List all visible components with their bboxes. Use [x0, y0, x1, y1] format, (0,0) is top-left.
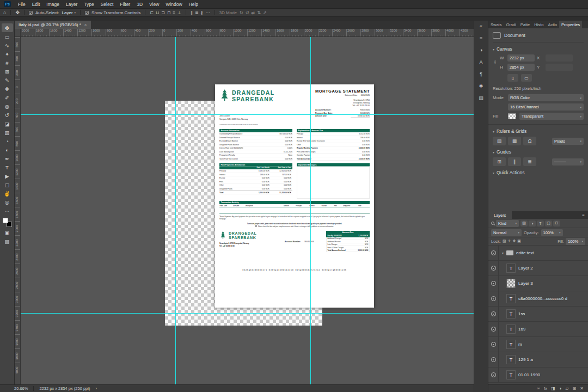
paragraph-panel-icon[interactable]: ¶	[476, 70, 486, 78]
filter-adjustment-layers-icon[interactable]: ◑	[529, 220, 536, 226]
fill-opacity-dropdown[interactable]: 100%▾	[566, 238, 585, 245]
tab-layers[interactable]: Layers	[488, 211, 512, 219]
more-options-icon[interactable]: ⋯	[206, 10, 210, 15]
quick-selection-tool[interactable]: ✦	[2, 50, 13, 58]
blend-mode-dropdown[interactable]: Normal▾	[491, 229, 522, 236]
link-layers-icon[interactable]: ∞	[537, 386, 540, 391]
visibility-toggle[interactable]	[488, 261, 499, 275]
3d-scale-icon[interactable]: ⇗	[263, 10, 267, 15]
3d-rotate-icon[interactable]: ↻	[240, 10, 243, 15]
canvas-area[interactable]: DRANGEDAL SPAREBANK MORTGAGE STATEMENT S…	[21, 37, 474, 384]
tab-gradients[interactable]: Gradi	[504, 21, 518, 28]
quick-actions-section-header[interactable]: ▾ Quick Actions	[493, 170, 584, 175]
glyphs-panel-icon[interactable]: ✱	[476, 82, 486, 90]
document-tab[interactable]: Italy id.psd @ 20.7% (RGB/16) * ×	[15, 21, 91, 29]
horizontal-guide[interactable]	[21, 114, 474, 115]
visibility-toggle[interactable]	[488, 367, 499, 382]
crop-tool[interactable]: #	[2, 58, 13, 67]
chevron-down-icon[interactable]: ▾	[502, 251, 504, 255]
menu-filter[interactable]: Filter	[117, 0, 133, 9]
menu-layer[interactable]: Layer	[63, 0, 81, 9]
hand-tool[interactable]: ✌	[2, 189, 13, 198]
layer-row[interactable]: ▾ T 1ss	[488, 307, 588, 322]
eraser-tool[interactable]: ◪	[2, 119, 13, 128]
lock-position-icon[interactable]: ✥	[512, 239, 516, 243]
menu-help[interactable]: Help	[186, 0, 201, 9]
clone-stamp-tool[interactable]: ◍	[2, 102, 13, 111]
vertical-guide[interactable]	[175, 37, 176, 384]
align-top-icon[interactable]: ⊓	[167, 10, 170, 15]
status-chevron-icon[interactable]: ›	[95, 386, 97, 391]
guide-style-dropdown[interactable]: ▾	[552, 158, 584, 166]
screen-mode-button[interactable]: ▤	[2, 237, 13, 246]
collapse-panels-icon[interactable]: «	[476, 22, 486, 30]
filter-type-layers-icon[interactable]: T	[537, 220, 544, 226]
tab-actions[interactable]: Actio	[546, 21, 559, 28]
filter-shape-layers-icon[interactable]: ▢	[545, 220, 552, 226]
filter-pixel-layers-icon[interactable]: ▨	[520, 220, 528, 226]
adjustment-layer-icon[interactable]: ◑	[559, 386, 562, 391]
zoom-tool[interactable]: ◎	[2, 198, 13, 206]
portrait-orientation-button[interactable]: ▯	[507, 74, 518, 82]
visibility-toggle[interactable]	[488, 352, 499, 367]
filter-kind-dropdown[interactable]: Kind▾	[496, 220, 519, 227]
pen-tool[interactable]: ✒	[2, 154, 13, 163]
visibility-toggle[interactable]	[488, 276, 499, 291]
layer-row[interactable]: ▾ T Layer 2	[488, 261, 588, 276]
clear-guides-icon[interactable]: ≣	[523, 157, 536, 166]
move-tool[interactable]: ✥	[2, 23, 13, 32]
height-field[interactable]: 2854 px	[507, 64, 535, 71]
visibility-toggle[interactable]	[488, 291, 499, 306]
gradient-tool[interactable]: ▧	[2, 128, 13, 137]
visibility-toggle[interactable]	[488, 337, 499, 352]
brush-tool[interactable]: ✐	[2, 93, 13, 102]
properties-panel-icon[interactable]: ≡	[476, 34, 486, 42]
snap-icon[interactable]: Ω	[523, 137, 536, 145]
link-dimensions-icon[interactable]: ∞	[493, 60, 498, 65]
opacity-dropdown[interactable]: 100%▾	[541, 229, 563, 236]
distribute-spacing-icon[interactable]: ∦	[201, 10, 203, 15]
marquee-tool[interactable]: ▭	[2, 32, 13, 41]
color-mode-dropdown[interactable]: RGB Color▾	[508, 94, 584, 101]
menu-3d[interactable]: 3D	[133, 0, 146, 9]
delete-layer-icon[interactable]: ✕	[580, 386, 584, 391]
visibility-toggle[interactable]	[488, 322, 499, 336]
layer-row[interactable]: ▾ T Layer 3	[488, 276, 588, 291]
libraries-panel-icon[interactable]: ▤	[476, 94, 486, 102]
eyedropper-tool[interactable]: ✎	[2, 76, 13, 84]
lock-all-icon[interactable]: ▣	[517, 239, 521, 243]
layer-row[interactable]: ▾ T c8a0000000...ccccccc0 d	[488, 291, 588, 307]
ruler-icon[interactable]: ▤	[493, 137, 506, 145]
character-panel-icon[interactable]: A	[476, 58, 486, 66]
landscape-orientation-button[interactable]: ▭	[521, 74, 532, 82]
guides-section-header[interactable]: ▾ Guides	[493, 149, 584, 155]
align-bottom-icon[interactable]: ⊥	[177, 10, 181, 15]
foreground-color-swatch[interactable]	[3, 218, 8, 223]
auto-select-checkbox[interactable]: ✓	[29, 11, 33, 15]
tab-swatches[interactable]: Swats	[488, 21, 504, 28]
lock-transparency-icon[interactable]: ▨	[503, 239, 506, 243]
adjustments-panel-icon[interactable]: ◑	[476, 46, 486, 54]
history-brush-tool[interactable]: ↺	[2, 111, 13, 119]
blur-tool[interactable]: ◔	[2, 137, 13, 145]
document-artwork[interactable]: DRANGEDAL SPAREBANK MORTGAGE STATEMENT S…	[215, 84, 374, 308]
layer-row[interactable]: ▾ T 129 1 a	[488, 352, 588, 367]
units-dropdown[interactable]: Pixels▾	[552, 138, 584, 145]
align-right-icon[interactable]: ⊐	[161, 10, 165, 15]
current-tool-icon[interactable]: ✥	[15, 10, 20, 15]
rulers-grids-section-header[interactable]: ▾ Rulers & Grids	[493, 128, 584, 134]
visibility-toggle[interactable]	[488, 307, 499, 321]
edit-toolbar-button[interactable]: ⋯	[2, 206, 13, 215]
3d-slide-icon[interactable]: ⇅	[257, 10, 261, 15]
distribute-horizontal-icon[interactable]: ∥	[191, 10, 193, 15]
panel-menu-icon[interactable]: ≡	[579, 211, 588, 219]
home-icon[interactable]: ⌂	[3, 10, 6, 15]
horizontal-guide[interactable]	[21, 313, 474, 314]
distribute-vertical-icon[interactable]: ≣	[195, 10, 199, 15]
align-left-icon[interactable]: ⊏	[150, 10, 154, 15]
layer-row[interactable]: ▾ T 01.01.1990	[488, 367, 588, 383]
menu-select[interactable]: Select	[97, 0, 117, 9]
width-field[interactable]: 2232 px	[507, 54, 535, 62]
frame-tool[interactable]: ⊠	[2, 67, 13, 76]
new-layer-icon[interactable]: ⊞	[573, 386, 577, 391]
